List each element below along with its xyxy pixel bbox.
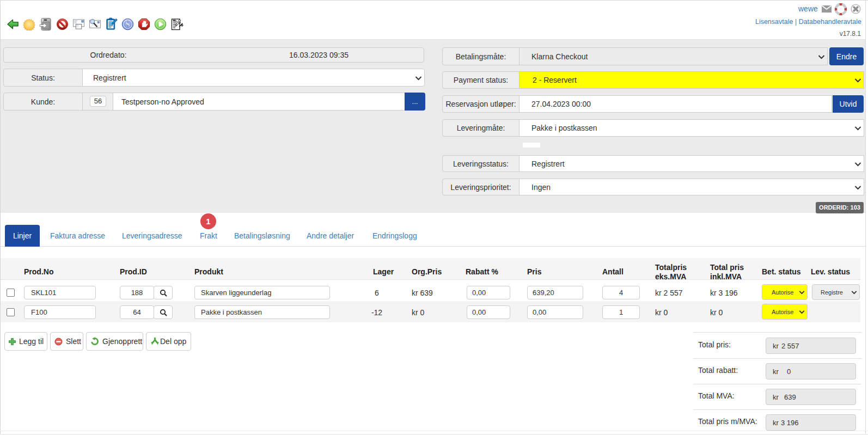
svg-text:$: $: [126, 20, 130, 29]
